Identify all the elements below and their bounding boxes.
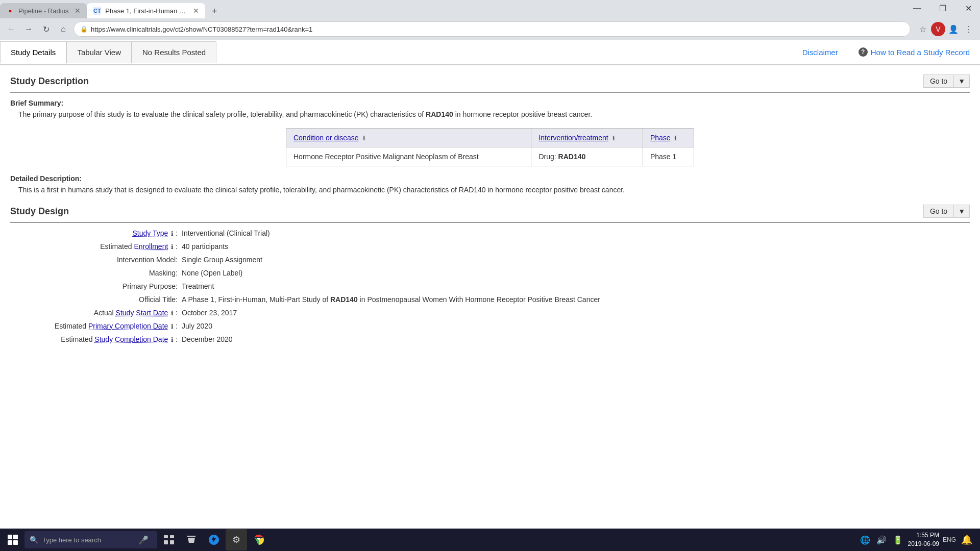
official-title-post: in Postmenopausal Women With Hormone Rec…: [358, 295, 600, 304]
study-design-section: Study Design Go to ▼ Study Type ℹ : Inte…: [10, 201, 970, 343]
menu-icon[interactable]: ⋮: [962, 22, 976, 36]
how-to-read-label: How to Read a Study Record: [871, 48, 970, 57]
enrollment-link[interactable]: Enrollment: [134, 242, 168, 251]
design-value-official-title: A Phase 1, First-in-Human, Multi-Part St…: [182, 295, 970, 304]
study-design-title: Study Design: [10, 206, 69, 217]
goto-button-design[interactable]: Go to ▼: [923, 205, 970, 218]
tab-title-1: Pipeline - Radius: [18, 7, 68, 15]
maximize-button[interactable]: ❐: [931, 0, 954, 16]
table-cell-condition: Hormone Receptor Positive Malignant Neop…: [286, 147, 531, 166]
design-value-study-type: Interventional (Clinical Trial): [182, 229, 970, 237]
table-header-intervention: Intervention/treatment ℹ: [531, 129, 643, 147]
brief-summary: Brief Summary: The primary purpose of th…: [10, 99, 970, 120]
question-icon: ?: [859, 47, 868, 57]
goto-label-design: Go to: [923, 205, 954, 218]
address-bar[interactable]: 🔒 https://www.clinicaltrials.gov/ct2/sho…: [74, 21, 911, 37]
brief-summary-post: in hormone receptor positive breast canc…: [453, 110, 592, 118]
forward-button[interactable]: →: [21, 22, 36, 36]
reload-button[interactable]: ↻: [39, 22, 53, 36]
brief-summary-label: Brief Summary:: [10, 99, 970, 107]
detailed-description: Detailed Description: This is a first in…: [10, 174, 970, 195]
brief-summary-pre: The primary purpose of this study is to …: [18, 110, 426, 118]
toolbar-icons: ☆ V 👤 ⋮: [916, 22, 976, 36]
goto-arrow-design: ▼: [954, 205, 970, 218]
tab-study-details[interactable]: Study Details: [0, 41, 66, 64]
detailed-desc-label: Detailed Description:: [10, 174, 970, 183]
study-type-info-icon[interactable]: ℹ: [171, 230, 174, 237]
tab-favicon-1: ●: [6, 7, 14, 15]
study-type-link[interactable]: Study Type: [133, 229, 168, 237]
official-title-pre: A Phase 1, First-in-Human, Multi-Part St…: [182, 295, 330, 304]
design-label-primary-completion: Estimated Primary Completion Date ℹ :: [18, 322, 182, 330]
address-text: https://www.clinicaltrials.gov/ct2/show/…: [91, 26, 904, 33]
primary-completion-info-icon[interactable]: ℹ: [171, 323, 174, 330]
design-label-start-date: Actual Study Start Date ℹ :: [18, 309, 182, 317]
bookmark-icon[interactable]: ☆: [916, 22, 930, 36]
design-value-primary-purpose: Treatment: [182, 282, 970, 290]
close-button[interactable]: ✕: [957, 0, 980, 16]
page-nav-tabs: Study Details Tabular View No Results Po…: [0, 40, 980, 65]
design-value-start-date: October 23, 2017: [182, 309, 970, 317]
intervention-drug: RAD140: [558, 153, 586, 161]
tab-pipeline-radius[interactable]: ● Pipeline - Radius ✕: [0, 3, 87, 18]
official-title-bold: RAD140: [330, 295, 358, 304]
design-label-study-type: Study Type ℹ :: [18, 229, 182, 237]
table-cell-intervention: Drug: RAD140: [531, 147, 643, 166]
tab-tabular-view[interactable]: Tabular View: [66, 41, 132, 63]
phase-link[interactable]: Phase: [650, 134, 671, 142]
design-label-official-title: Official Title:: [18, 295, 182, 304]
account-icon[interactable]: 👤: [946, 22, 961, 36]
window-controls: — ❐ ✕: [905, 0, 980, 18]
goto-label-description: Go to: [923, 74, 954, 88]
study-table: Condition or disease ℹ Intervention/trea…: [286, 128, 694, 166]
intervention-info-icon[interactable]: ℹ: [612, 135, 615, 142]
design-grid: Study Type ℹ : Interventional (Clinical …: [10, 229, 970, 343]
lock-icon: 🔒: [80, 26, 88, 33]
minimize-button[interactable]: —: [905, 0, 929, 16]
brief-summary-text: The primary purpose of this study is to …: [10, 109, 970, 120]
study-design-header: Study Design Go to ▼: [10, 201, 970, 223]
start-date-link[interactable]: Study Start Date: [116, 309, 168, 317]
enrollment-info-icon[interactable]: ℹ: [171, 243, 174, 251]
tab-clinicaltrials[interactable]: CT Phase 1, First-in-Human Study o… ✕: [87, 3, 205, 18]
design-label-primary-purpose: Primary Purpose:: [18, 282, 182, 290]
table-header-condition: Condition or disease ℹ: [286, 129, 531, 147]
design-value-intervention-model: Single Group Assignment: [182, 256, 970, 264]
design-value-primary-completion: July 2020: [182, 322, 970, 330]
condition-info-icon[interactable]: ℹ: [363, 135, 365, 142]
add-tab-button[interactable]: +: [207, 4, 222, 18]
tab-favicon-2: CT: [93, 7, 101, 15]
main-content: Study Description Go to ▼ Brief Summary:…: [0, 70, 980, 343]
condition-link[interactable]: Condition or disease: [293, 134, 359, 142]
design-label-enrollment: Estimated Enrollment ℹ :: [18, 242, 182, 251]
design-value-enrollment: 40 participants: [182, 242, 970, 251]
address-bar-row: ← → ↻ ⌂ 🔒 https://www.clinicaltrials.gov…: [0, 18, 980, 40]
goto-button-description[interactable]: Go to ▼: [923, 74, 970, 88]
phase-info-icon[interactable]: ℹ: [674, 135, 677, 142]
design-value-study-completion: December 2020: [182, 335, 970, 343]
table-row: Hormone Receptor Positive Malignant Neop…: [286, 147, 694, 166]
browser-chrome: ● Pipeline - Radius ✕ CT Phase 1, First-…: [0, 0, 980, 40]
study-completion-info-icon[interactable]: ℹ: [171, 336, 174, 343]
intervention-link[interactable]: Intervention/treatment: [538, 134, 608, 142]
start-date-info-icon[interactable]: ℹ: [171, 310, 174, 317]
design-label-masking: Masking:: [18, 269, 182, 277]
design-label-intervention-model: Intervention Model:: [18, 256, 182, 264]
study-description-section: Study Description Go to ▼ Brief Summary:…: [10, 70, 970, 195]
design-value-masking: None (Open Label): [182, 269, 970, 277]
home-button[interactable]: ⌂: [56, 22, 70, 36]
tab-close-1[interactable]: ✕: [75, 7, 81, 15]
study-completion-link[interactable]: Study Completion Date: [94, 335, 168, 343]
profile-icon[interactable]: V: [931, 22, 945, 36]
goto-arrow-description: ▼: [954, 74, 970, 88]
table-header-phase: Phase ℹ: [643, 129, 694, 147]
tab-no-results-posted[interactable]: No Results Posted: [132, 41, 216, 63]
tab-close-2[interactable]: ✕: [193, 7, 199, 15]
intervention-pre: Drug:: [538, 153, 558, 161]
table-cell-phase: Phase 1: [643, 147, 694, 166]
link-disclaimer[interactable]: Disclaimer: [792, 42, 848, 63]
brief-summary-bold: RAD140: [426, 110, 453, 118]
primary-completion-link[interactable]: Primary Completion Date: [88, 322, 168, 330]
back-button[interactable]: ←: [4, 22, 18, 36]
link-how-to-read[interactable]: ? How to Read a Study Record: [848, 41, 980, 63]
